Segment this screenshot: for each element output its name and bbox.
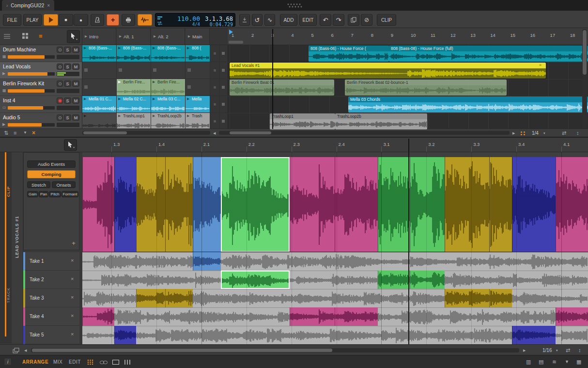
tab-arrange[interactable]: ARRANGE xyxy=(22,359,48,365)
comp-section-take-5[interactable] xyxy=(512,157,556,252)
scene-play-icon[interactable]: ▶ xyxy=(188,34,190,38)
onsets-button[interactable]: Onsets xyxy=(52,181,76,188)
arranger-vertical-scrollbar[interactable] xyxy=(582,29,587,128)
arranger-playhead[interactable] xyxy=(272,29,273,129)
shuffle-icon[interactable] xyxy=(157,21,163,25)
comp-section-take-3[interactable] xyxy=(445,157,489,252)
time-signature-value[interactable]: 4/4 xyxy=(165,22,200,27)
punch-button[interactable] xyxy=(239,14,250,26)
arranger-clip-808-bass-06-house-force[interactable]: 808 (Bass-06) - House Force ( xyxy=(309,46,389,62)
launcher-cell[interactable] xyxy=(82,79,116,96)
arranger-clip-berlin-firework-beat-02-bounce-1[interactable]: Berlin Firework Beat 02-bounce-1 xyxy=(345,80,507,96)
clip-expand-icon[interactable]: » xyxy=(539,63,542,67)
audio-events-button[interactable]: Audio Events xyxy=(27,160,76,168)
launcher-clip-mella-03-c[interactable]: ▶Mella 03 C... xyxy=(151,96,185,112)
scrollbar-thumb[interactable] xyxy=(230,131,271,134)
clip-play-icon[interactable]: ▶ xyxy=(153,97,155,101)
solo-button[interactable]: S xyxy=(64,47,71,53)
take-selection-take-1[interactable] xyxy=(193,252,221,271)
comp-section-take-2[interactable] xyxy=(410,157,445,252)
take-remove-button[interactable]: × xyxy=(71,276,74,282)
launcher-scrollbar[interactable] xyxy=(82,131,210,135)
comp-section-take-4[interactable] xyxy=(290,157,335,252)
scrollbar-thumb[interactable] xyxy=(583,30,587,75)
horizontal-zoom-icon[interactable]: ⇄ xyxy=(562,130,566,136)
track-stop-button[interactable] xyxy=(220,96,227,112)
track-header-inst-4[interactable]: Inst 4▭SM xyxy=(0,96,82,113)
take-selection-take-3[interactable] xyxy=(489,289,512,307)
tab-close-icon[interactable]: × xyxy=(47,3,50,8)
take-selection-take-4[interactable] xyxy=(335,307,378,326)
scrollbar-thumb[interactable] xyxy=(32,349,332,352)
audio-engine-button[interactable] xyxy=(138,14,152,26)
add-object-button[interactable]: + xyxy=(107,14,119,26)
link-icon[interactable] xyxy=(100,360,108,365)
grid-view-icon[interactable] xyxy=(22,33,29,40)
comp-section-take-4[interactable] xyxy=(335,157,378,252)
clip-menu-icon[interactable]: ≡ xyxy=(210,45,219,62)
scene-play-icon[interactable]: ▶ xyxy=(154,34,156,38)
mute-button[interactable]: M xyxy=(72,64,79,70)
scrollbar-thumb[interactable] xyxy=(83,131,127,134)
follow-icon[interactable]: ▼ xyxy=(23,131,27,135)
gain-button[interactable]: Gain xyxy=(27,191,38,197)
take-selection-take-4[interactable] xyxy=(556,307,588,326)
clip-panel-button[interactable]: ▤ xyxy=(539,359,543,365)
position-value[interactable]: 3.1.3.68 xyxy=(202,16,233,22)
play-button[interactable] xyxy=(44,14,58,26)
take-remove-button[interactable]: × xyxy=(71,331,74,337)
display-profile-icon[interactable] xyxy=(112,360,119,365)
comp-section-take-3[interactable] xyxy=(136,157,165,252)
clip-play-icon[interactable]: ▶ xyxy=(118,114,121,118)
launcher-clip-trashloop2b[interactable]: ▶TrashLoop2b xyxy=(151,113,185,129)
launcher-clip-808-bass[interactable]: ▶808 (Bass-... xyxy=(151,45,185,62)
clip-menu-button[interactable]: CLIP xyxy=(377,14,396,26)
scene-header-intro[interactable]: ▶Intro xyxy=(82,28,116,45)
launcher-clip-mella[interactable]: ▶Mella xyxy=(186,96,210,112)
mute-button[interactable]: M xyxy=(72,47,79,53)
editor-scrollbar[interactable] xyxy=(31,348,519,352)
comp-section-take-4[interactable] xyxy=(556,157,588,252)
record-button[interactable]: ● xyxy=(74,14,88,26)
solo-button[interactable]: S xyxy=(64,114,71,121)
playstart-marker-icon[interactable] xyxy=(229,30,233,34)
browser-panel-button[interactable]: ▼ xyxy=(565,360,569,364)
take-remove-button[interactable]: × xyxy=(71,257,74,263)
comping-button[interactable]: Comping xyxy=(27,170,76,178)
editor-timeline-ruler[interactable]: 1.31.42.12.22.32.43.13.23.33.44.1 xyxy=(82,138,588,152)
horizontal-zoom-icon[interactable]: ⇄ xyxy=(566,348,570,353)
track-header-audio-5[interactable]: Audio 5▶SM xyxy=(0,113,82,130)
take-selection-take-5[interactable] xyxy=(512,326,556,344)
scene-header-alt-1[interactable]: ▶Alt. 1 xyxy=(117,28,151,45)
stop-button[interactable]: ■ xyxy=(59,14,73,26)
tab-clip-vertical[interactable]: CLIP xyxy=(6,180,11,203)
take-selection-take-2[interactable] xyxy=(221,271,290,289)
launcher-clip-mella-01-c[interactable]: ▶Mella 01 C... xyxy=(82,96,116,112)
grid-caret-icon[interactable]: ▾ xyxy=(543,131,545,135)
scroll-right-icon[interactable]: ▶ xyxy=(512,131,515,135)
tap-tempo-icon[interactable] xyxy=(157,16,163,20)
play-menu-button[interactable]: PLAY xyxy=(23,14,42,26)
take-label-row-take-5[interactable]: Take 5× xyxy=(23,326,79,344)
track-header-drum-machine[interactable]: Drum Machine▦SM xyxy=(0,45,82,62)
mute-button[interactable]: M xyxy=(72,80,79,87)
vertical-zoom-icon[interactable]: ↕ xyxy=(578,348,581,353)
launcher-clip-mella-02-c[interactable]: ▶Mella 02 C... xyxy=(117,96,151,112)
take-lane-take-2[interactable] xyxy=(82,271,588,289)
clip-play-icon[interactable]: ▶ xyxy=(187,97,189,101)
clip-play-icon[interactable]: ▶ xyxy=(84,46,86,50)
clip-play-icon[interactable]: ▶ xyxy=(153,114,155,118)
solo-button[interactable]: S xyxy=(64,64,71,70)
track-header-lead-vocals[interactable]: Lead Vocals▶SM xyxy=(0,62,82,79)
groove-dots-icon[interactable] xyxy=(520,131,526,136)
comp-section-take-2[interactable] xyxy=(378,157,410,252)
take-selection-take-3[interactable] xyxy=(165,289,193,307)
clip-play-icon[interactable]: ▶ xyxy=(153,80,155,84)
take-label-row-take-1[interactable]: Take 1× xyxy=(23,252,79,271)
launcher-clip-trash[interactable]: ▶Trash xyxy=(186,113,210,129)
scroll-left-icon[interactable]: ◀ xyxy=(213,131,216,135)
tab-track-vertical[interactable]: TRACK xyxy=(6,283,11,307)
grid-dots-icon[interactable] xyxy=(87,359,93,365)
loop-toggle-button[interactable]: ↺ xyxy=(252,14,263,26)
launcher-clip-808-bass[interactable]: ▶808 (Bass-... xyxy=(117,45,151,62)
